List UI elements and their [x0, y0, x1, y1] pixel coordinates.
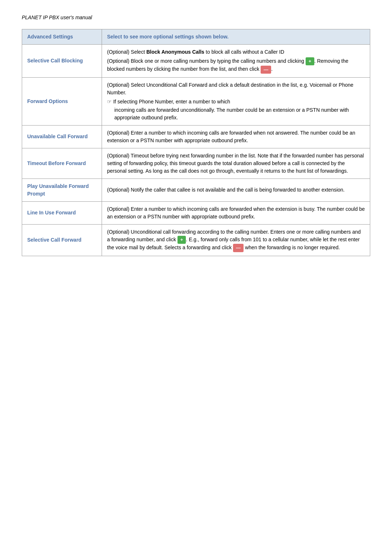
row-label-unavailable-call-forward: Unavailable Call Forward	[22, 125, 102, 148]
row-label-forward-options: Forward Options	[22, 77, 102, 125]
row-label-timeout-before-forward: Timeout Before Forward	[22, 148, 102, 178]
row-desc-selective-call-blocking: (Optional) Select Block Anonymous Calls …	[102, 45, 370, 78]
table-row: Timeout Before Forward (Optional) Timeou…	[22, 148, 370, 178]
header-col2: Select to see more optional settings sho…	[102, 29, 370, 45]
table-header-row: Advanced Settings Select to see more opt…	[22, 29, 370, 45]
table-row: Selective Call Forward (Optional) Uncond…	[22, 224, 370, 256]
header-col1: Advanced Settings	[22, 29, 102, 45]
row-label-line-in-use-forward: Line In Use Forward	[22, 201, 102, 224]
settings-table: Advanced Settings Select to see more opt…	[22, 29, 370, 256]
desc-text: (Optional) Enter a number to which incom…	[107, 129, 365, 144]
table-row: Play Unavailable Forward Prompt (Optiona…	[22, 178, 370, 201]
row-desc-play-unavailable-forward-prompt: (Optional) Notify the caller that callee…	[102, 178, 370, 201]
table-row: Forward Options (Optional) Select Uncond…	[22, 77, 370, 125]
row-desc-unavailable-call-forward: (Optional) Enter a number to which incom…	[102, 125, 370, 148]
desc-text: (Optional) Select Block Anonymous Calls …	[107, 48, 365, 56]
desc-text: (Optional) Select Unconditional Call For…	[107, 81, 365, 97]
row-desc-line-in-use-forward: (Optional) Enter a number to which incom…	[102, 201, 370, 224]
row-label-selective-call-blocking: Selective Call Blocking	[22, 45, 102, 78]
desc-text-2: (Optional) Block one or more calling num…	[107, 57, 365, 74]
row-label-play-unavailable-forward-prompt: Play Unavailable Forward Prompt	[22, 178, 102, 201]
desc-text: (Optional) Timeout before trying next fo…	[107, 152, 365, 175]
row-desc-timeout-before-forward: (Optional) Timeout before trying next fo…	[102, 148, 370, 178]
remove-button-icon[interactable]: —	[261, 66, 271, 74]
page-title: PLANET IP PBX user's manual	[22, 15, 370, 20]
table-row: Selective Call Blocking (Optional) Selec…	[22, 45, 370, 78]
row-label-selective-call-forward: Selective Call Forward	[22, 224, 102, 256]
remove-button-icon[interactable]: —	[233, 244, 244, 252]
add-button-icon[interactable]: +	[306, 57, 314, 65]
row-desc-selective-call-forward: (Optional) Unconditional call forwarding…	[102, 224, 370, 256]
table-row: Line In Use Forward (Optional) Enter a n…	[22, 201, 370, 224]
table-row: Unavailable Call Forward (Optional) Ente…	[22, 125, 370, 148]
row-desc-forward-options: (Optional) Select Unconditional Call For…	[102, 77, 370, 125]
desc-text: (Optional) Notify the caller that callee…	[107, 186, 365, 194]
add-button-icon[interactable]: +	[177, 236, 186, 244]
desc-text-2: ☞ If selecting Phone Number, enter a num…	[107, 98, 365, 122]
desc-text: (Optional) Enter a number to which incom…	[107, 205, 365, 221]
desc-text: (Optional) Unconditional call forwarding…	[107, 228, 365, 252]
